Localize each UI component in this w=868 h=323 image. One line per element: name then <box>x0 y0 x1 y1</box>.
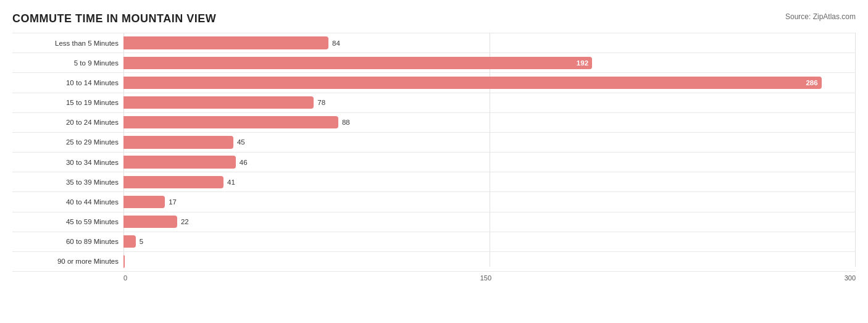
bar-track <box>123 252 856 271</box>
bar-label: 15 to 19 Minutes <box>12 99 123 106</box>
bar-value: 78 <box>317 99 325 106</box>
bar-track: 192 <box>123 53 856 72</box>
bar-value: 84 <box>332 40 340 47</box>
chart-title: COMMUTE TIME IN MOUNTAIN VIEW <box>12 12 216 25</box>
bar-value: 88 <box>342 119 350 126</box>
bar-fill <box>123 216 177 228</box>
bar-value-inside: 286 <box>806 79 817 86</box>
bar-label: 35 to 39 Minutes <box>12 178 123 186</box>
x-tick-0: 0 <box>123 274 127 282</box>
bar-label: 40 to 44 Minutes <box>12 198 123 206</box>
bar-label: Less than 5 Minutes <box>12 40 123 47</box>
bar-row: 5 to 9 Minutes192 <box>12 52 856 72</box>
chart-source: Source: ZipAtlas.com <box>785 12 856 21</box>
bar-track: 45 <box>123 133 856 152</box>
bar-value: 41 <box>227 178 235 186</box>
bar-track: 84 <box>123 33 856 52</box>
bar-value: 22 <box>181 218 189 225</box>
bar-fill <box>123 255 125 267</box>
bar-row: 20 to 24 Minutes88 <box>12 112 856 132</box>
bar-label: 60 to 89 Minutes <box>12 238 123 245</box>
bar-fill <box>123 36 328 49</box>
bar-fill: 286 <box>123 77 822 89</box>
bar-track: 78 <box>123 93 856 112</box>
bar-track: 46 <box>123 153 856 172</box>
bar-row: 30 to 34 Minutes46 <box>12 152 856 172</box>
chart-container: COMMUTE TIME IN MOUNTAIN VIEW Source: Zi… <box>0 0 868 323</box>
bar-fill <box>123 196 165 208</box>
bar-value: 45 <box>237 138 245 146</box>
bar-track: 17 <box>123 192 856 211</box>
bar-track: 286 <box>123 73 856 92</box>
bar-track: 41 <box>123 172 856 191</box>
x-axis: 0 150 300 <box>123 274 856 282</box>
bar-row: 60 to 89 Minutes5 <box>12 232 856 251</box>
bar-track: 22 <box>123 212 856 232</box>
bar-row: 40 to 44 Minutes17 <box>12 191 856 211</box>
bar-fill <box>123 235 136 248</box>
bar-fill <box>123 96 314 109</box>
bar-fill <box>123 116 338 128</box>
bar-row: 10 to 14 Minutes286 <box>12 72 856 92</box>
bar-label: 25 to 29 Minutes <box>12 138 123 146</box>
chart-body: Less than 5 Minutes845 to 9 Minutes19210… <box>12 33 856 282</box>
bar-fill: 192 <box>123 57 592 69</box>
bar-track: 88 <box>123 113 856 132</box>
bar-label: 20 to 24 Minutes <box>12 119 123 126</box>
bar-label: 90 or more Minutes <box>12 258 123 265</box>
bar-value: 46 <box>240 159 248 166</box>
bar-fill <box>123 156 236 168</box>
bars-area: Less than 5 Minutes845 to 9 Minutes19210… <box>12 33 856 272</box>
bar-row: Less than 5 Minutes84 <box>12 33 856 52</box>
bar-value: 5 <box>140 238 143 245</box>
x-tick-300: 300 <box>845 274 856 282</box>
bar-value-inside: 192 <box>577 59 588 67</box>
bar-row: 15 to 19 Minutes78 <box>12 93 856 112</box>
bar-label: 5 to 9 Minutes <box>12 59 123 67</box>
bar-track: 5 <box>123 232 856 251</box>
x-tick-150: 150 <box>480 274 491 282</box>
bar-label: 30 to 34 Minutes <box>12 159 123 166</box>
bar-row: 25 to 29 Minutes45 <box>12 132 856 152</box>
chart-header: COMMUTE TIME IN MOUNTAIN VIEW Source: Zi… <box>12 12 856 25</box>
bar-value: 17 <box>169 198 177 206</box>
bar-fill <box>123 136 233 148</box>
bar-label: 45 to 59 Minutes <box>12 218 123 225</box>
bar-row: 90 or more Minutes <box>12 251 856 272</box>
bar-fill <box>123 176 223 188</box>
bar-row: 35 to 39 Minutes41 <box>12 172 856 191</box>
bar-label: 10 to 14 Minutes <box>12 79 123 86</box>
bar-row: 45 to 59 Minutes22 <box>12 212 856 232</box>
